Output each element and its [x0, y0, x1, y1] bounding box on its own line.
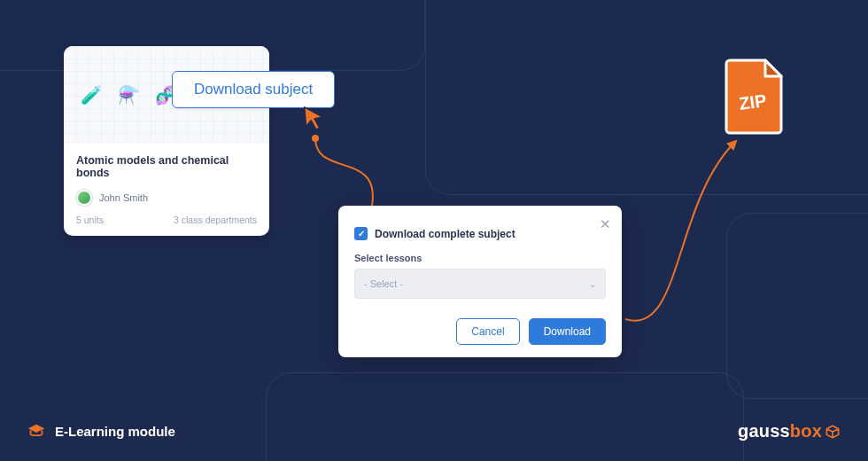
cursor-icon — [301, 105, 328, 131]
close-icon[interactable]: ✕ — [600, 216, 611, 232]
brand-accent: box — [790, 421, 822, 441]
avatar — [76, 190, 92, 206]
background-panel — [425, 0, 868, 195]
download-complete-label: Download complete subject — [375, 228, 515, 240]
subject-author: John Smith — [99, 192, 148, 203]
module-badge: E-Learning module — [27, 422, 175, 441]
download-complete-row[interactable]: ✓ Download complete subject — [354, 227, 606, 240]
cancel-button[interactable]: Cancel — [456, 318, 519, 345]
select-placeholder: - Select - — [364, 278, 403, 289]
subject-units: 5 units — [76, 215, 104, 225]
zip-label: ZIP — [738, 90, 768, 113]
subject-meta: 5 units 3 class departments — [64, 209, 269, 225]
subject-departments: 3 class departments — [174, 215, 257, 225]
footer: E-Learning module gaussbox — [27, 421, 841, 441]
chevron-down-icon: ⌄ — [589, 279, 596, 289]
lessons-select[interactable]: - Select - ⌄ — [354, 269, 606, 299]
download-subject-menuitem[interactable]: Download subject — [172, 71, 335, 108]
graduation-cap-icon — [27, 422, 46, 441]
subject-author-row: John Smith — [64, 183, 269, 209]
svg-point-0 — [312, 135, 319, 142]
module-label: E-Learning module — [55, 424, 175, 439]
background-panel — [266, 372, 744, 461]
box-icon — [824, 423, 841, 441]
zip-file-icon: ZIP — [725, 59, 787, 138]
select-lessons-label: Select lessons — [354, 253, 606, 263]
background-panel — [726, 213, 868, 399]
download-dialog: ✕ ✓ Download complete subject Select les… — [338, 206, 622, 357]
checkbox-checked-icon[interactable]: ✓ — [354, 227, 368, 240]
brand-main: gauss — [738, 421, 790, 441]
download-button[interactable]: Download — [529, 318, 606, 345]
subject-title: Atomic models and chemical bonds — [64, 144, 269, 183]
brand-logo: gaussbox — [738, 421, 841, 441]
